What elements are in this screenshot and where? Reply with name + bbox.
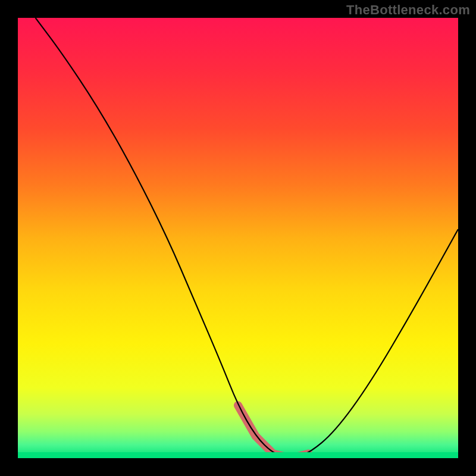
watermark-text: TheBottleneck.com — [346, 2, 470, 18]
plot-area — [18, 18, 458, 458]
trough-marker — [238, 405, 308, 458]
curve-layer — [18, 18, 458, 458]
bottleneck-curve — [36, 18, 458, 457]
chart-frame: TheBottleneck.com — [0, 0, 476, 476]
bottom-green-strip — [18, 452, 458, 458]
